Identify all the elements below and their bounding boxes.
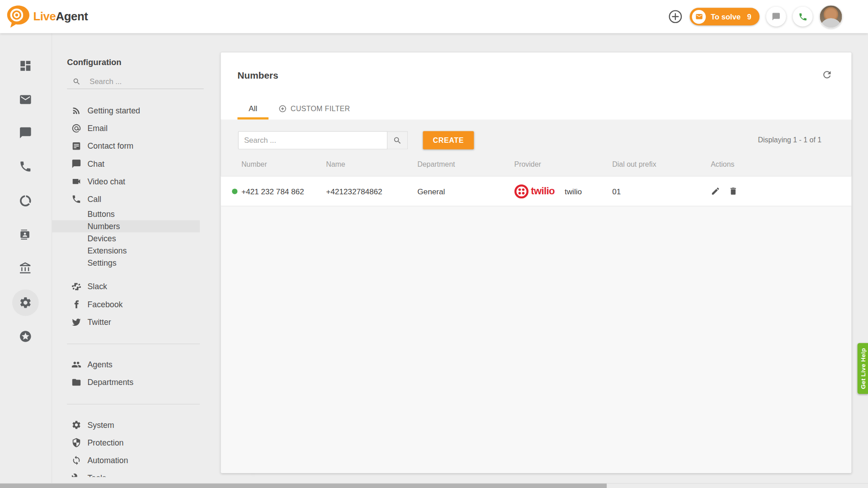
gear-icon [71,420,81,430]
cell-actions [711,177,738,206]
sidebar-scroll-area: Getting started Email Contact form Chat … [52,94,200,477]
header-actions: To solve 9 [668,0,843,33]
sidebar-divider [67,404,200,404]
column-header-provider: Provider [514,160,541,168]
horizontal-scrollbar[interactable] [0,483,868,488]
bank-icon[interactable] [19,262,32,275]
gear-icon[interactable] [19,296,32,309]
data-usage-icon[interactable] [19,194,32,207]
to-solve-count: 9 [747,13,751,21]
tab-custom-filter[interactable]: CUSTOM FILTER [278,98,350,120]
get-live-help-tab[interactable]: Get Live Help [858,343,868,394]
cell-provider: twilio twilio [514,177,582,206]
sidebar-item-getting-started[interactable]: Getting started [52,102,200,119]
phone-icon [798,12,807,21]
table-search-button[interactable] [387,131,408,149]
sidebar-item-chat[interactable]: Chat [52,155,200,173]
numbers-panel-header: Numbers All CUSTOM FILTER [221,52,852,119]
configuration-sidebar: Configuration Getting started Email Cont… [52,33,204,488]
sidebar-item-automation[interactable]: Automation [52,451,200,469]
tab-custom-filter-label: CUSTOM FILTER [291,104,350,113]
cell-number: +421 232 784 862 [241,177,304,206]
mail-icon[interactable] [19,93,32,106]
column-header-dial-out-prefix: Dial out prefix [612,160,656,168]
to-solve-button[interactable]: To solve 9 [690,8,760,25]
search-icon [72,77,80,85]
folder-icon [71,377,81,387]
sidebar-item-video-chat[interactable]: Video chat [52,173,200,190]
sync-icon [71,455,81,465]
sidebar-search-input[interactable] [89,77,190,86]
chat-icon [71,159,81,169]
tab-all[interactable]: All [237,98,269,120]
wrench-icon [71,473,81,477]
sidebar-menu: Getting started Email Contact form Chat … [52,94,200,477]
top-header: LiveAgent To solve 9 [0,0,868,33]
chat-icon[interactable] [19,126,32,139]
pagination-status: Displaying 1 - 1 of 1 [758,136,821,144]
stars-icon[interactable] [19,330,32,343]
icon-rail [0,33,52,488]
sidebar-item-numbers[interactable]: Numbers [52,220,200,232]
column-header-department: Department [417,160,455,168]
column-header-number: Number [241,160,267,168]
provider-name: twilio [565,187,582,196]
cell-dial-out-prefix: 01 [612,177,621,206]
rss-icon [71,106,81,116]
at-icon [71,123,81,133]
sidebar-item-system[interactable]: System [52,416,200,434]
calls-button[interactable] [793,7,812,27]
chats-button[interactable] [766,7,786,27]
sidebar-item-agents[interactable]: Agents [52,356,200,373]
phone-icon[interactable] [19,160,32,173]
table-search-input[interactable] [238,131,388,149]
sidebar-item-devices[interactable]: Devices [52,232,200,244]
active-tab-underline [237,117,269,120]
horizontal-scrollbar-thumb[interactable] [0,483,607,488]
sidebar-item-facebook[interactable]: Facebook [52,296,200,313]
page-title: Numbers [237,70,278,81]
avatar[interactable] [819,5,842,28]
sidebar-divider [67,343,200,344]
contact-card-icon[interactable] [19,228,32,241]
to-solve-label: To solve [711,13,741,21]
create-button[interactable]: CREATE [423,131,474,149]
people-icon [71,360,81,370]
sidebar-item-tools[interactable]: Tools [52,469,200,477]
sidebar-item-twitter[interactable]: Twitter [52,313,200,331]
envelope-badge [692,9,706,23]
phone-icon [71,194,81,204]
get-live-help-label: Get Live Help [859,348,866,389]
sidebar-title: Configuration [67,57,121,67]
shield-icon [71,438,81,448]
table-empty-area [221,206,852,473]
table-search [238,131,408,149]
refresh-icon[interactable] [821,69,832,80]
edit-icon[interactable] [711,187,720,196]
status-online-dot [232,189,237,194]
delete-icon[interactable] [728,187,738,196]
table-row[interactable]: +421 232 784 862 +421232784862 General t… [221,176,852,206]
video-icon [71,177,81,187]
dashboard-icon[interactable] [19,59,32,72]
sidebar-search[interactable] [67,75,203,89]
twilio-wordmark: twilio [531,185,555,197]
cell-department: General [417,177,445,206]
sidebar-item-email[interactable]: Email [52,119,200,137]
numbers-panel: Numbers All CUSTOM FILTER CREATE Display… [221,52,852,473]
sidebar-item-settings[interactable]: Settings [52,257,200,269]
sidebar-item-slack[interactable]: Slack [52,278,200,296]
sidebar-item-call[interactable]: Call [52,190,200,208]
slack-icon [71,282,81,291]
sidebar-item-extensions[interactable]: Extensions [52,244,200,257]
sidebar-item-departments[interactable]: Departments [52,374,200,391]
search-icon [393,136,402,145]
liveagent-logo[interactable]: LiveAgent [5,5,88,29]
sidebar-item-protection[interactable]: Protection [52,434,200,451]
twilio-logo [514,184,529,198]
sidebar-item-contact-form[interactable]: Contact form [52,137,200,155]
add-circle-icon [278,104,287,113]
add-circle-icon[interactable] [668,9,683,24]
liveagent-logo-icon [5,5,31,29]
sidebar-item-buttons[interactable]: Buttons [52,208,200,220]
